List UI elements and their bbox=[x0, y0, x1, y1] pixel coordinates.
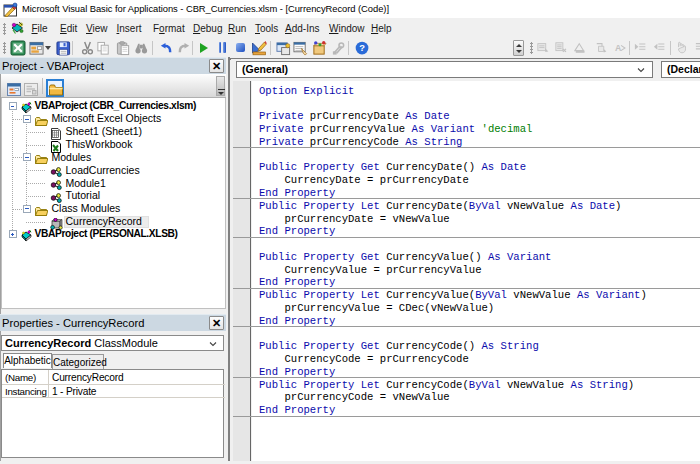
svg-text:A: A bbox=[614, 43, 621, 53]
svg-text:?: ? bbox=[359, 43, 365, 53]
